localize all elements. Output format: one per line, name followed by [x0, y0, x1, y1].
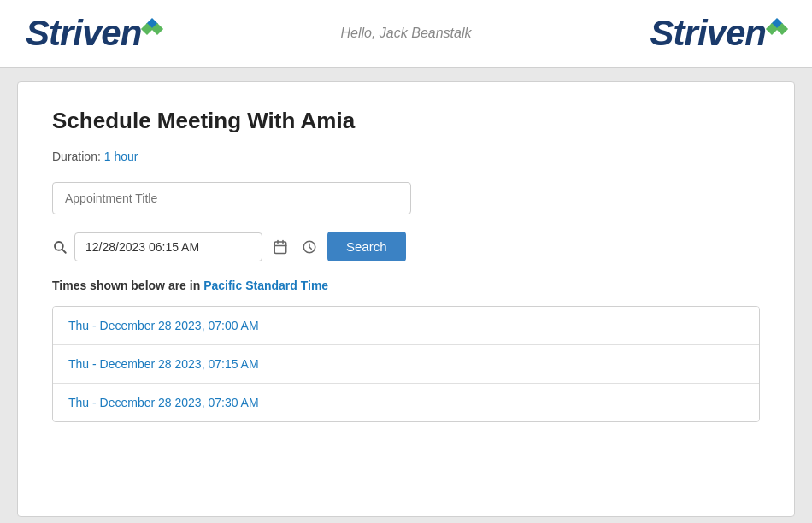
logo-brand-left: Striven — [26, 13, 141, 53]
logo-diamond-cluster-right — [768, 20, 786, 35]
timezone-link[interactable]: Pacific Standard Time — [203, 279, 328, 292]
greeting-text: Hello, Jack Beanstalk — [341, 26, 472, 41]
time-slot[interactable]: Thu - December 28 2023, 07:15 AM — [53, 345, 759, 384]
duration-value: 1 hour — [104, 150, 138, 163]
logo-brand-right: Striven — [650, 13, 766, 53]
calendar-icon-button[interactable] — [269, 236, 291, 258]
search-row: Search — [52, 232, 760, 262]
svg-line-1 — [62, 249, 66, 252]
svg-rect-2 — [274, 242, 286, 254]
timezone-notice: Times shown below are in Pacific Standar… — [52, 279, 760, 292]
time-slot[interactable]: Thu - December 28 2023, 07:00 AM — [53, 307, 759, 345]
time-slots-container: Thu - December 28 2023, 07:00 AMThu - De… — [52, 306, 760, 422]
main-content: Schedule Meeting With Amia Duration: 1 h… — [17, 81, 795, 517]
clock-icon-button[interactable] — [298, 236, 321, 258]
duration-prefix: Duration: — [52, 150, 101, 163]
duration-label: Duration: 1 hour — [52, 150, 760, 163]
datetime-input[interactable] — [74, 232, 262, 262]
logo-left: Striven — [26, 13, 162, 54]
search-icon — [52, 239, 68, 255]
header: Striven Hello, Jack Beanstalk Striven — [0, 0, 812, 68]
logo-text-right: Striven — [650, 13, 786, 54]
page-title: Schedule Meeting With Amia — [52, 108, 760, 134]
logo-diamond-cluster-left — [143, 20, 162, 35]
appointment-title-input[interactable] — [52, 182, 411, 214]
logo-text-left: Striven — [26, 13, 162, 54]
time-slot[interactable]: Thu - December 28 2023, 07:30 AM — [53, 384, 759, 421]
logo-right: Striven — [650, 13, 786, 54]
search-button[interactable]: Search — [327, 232, 406, 262]
timezone-notice-prefix: Times shown below are in — [52, 279, 200, 292]
